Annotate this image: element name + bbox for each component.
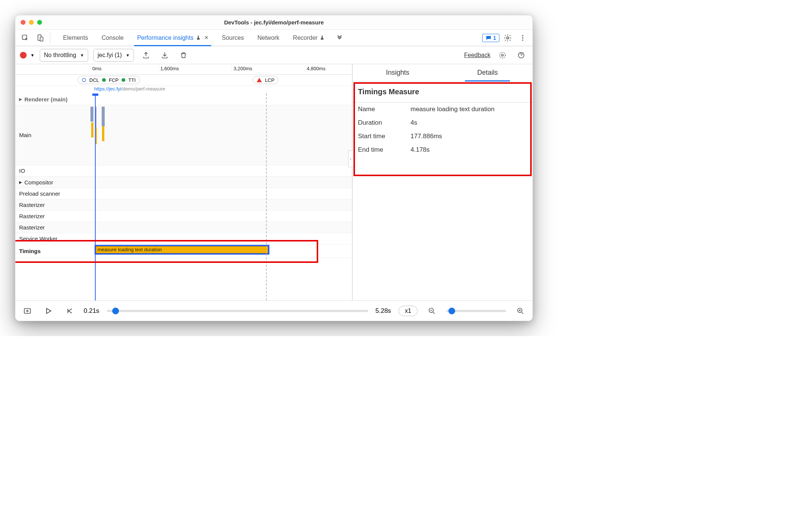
device-toggle-icon[interactable] — [33, 31, 47, 45]
side-tabs: Insights Details — [353, 64, 532, 81]
toggle-view-icon[interactable] — [21, 304, 34, 318]
playback-slider[interactable] — [107, 310, 368, 312]
track-label: Rasterizer — [15, 222, 90, 233]
tab-label: Details — [477, 69, 498, 77]
track-rasterizer-3[interactable]: Rasterizer — [15, 222, 352, 233]
divider — [50, 33, 50, 43]
marker-dcl-fcp-tti[interactable]: DCL FCP TTI — [78, 76, 140, 84]
side-panel: › Insights Details Timings Measure Namem… — [352, 64, 532, 300]
more-tabs-button[interactable] — [331, 30, 348, 46]
slider-knob[interactable] — [448, 308, 455, 314]
panel-tabs: Elements Console Performance insights × … — [56, 30, 348, 46]
inspect-element-icon[interactable] — [18, 31, 32, 45]
tab-console[interactable]: Console — [95, 30, 131, 46]
track-timings[interactable]: Timings measure loading text duration — [15, 244, 352, 258]
minimize-window-button[interactable] — [29, 20, 34, 25]
fullscreen-window-button[interactable] — [37, 20, 42, 25]
track-rasterizer-2[interactable]: Rasterizer — [15, 211, 352, 222]
detail-row-end: End time4.178s — [353, 143, 532, 157]
marker-label: DCL — [89, 77, 99, 83]
svg-point-6 — [522, 39, 523, 41]
track-service-worker[interactable]: Service Worker — [15, 233, 352, 244]
zoom-in-icon[interactable] — [514, 304, 527, 318]
track-rasterizer-1[interactable]: Rasterizer — [15, 199, 352, 211]
sidetab-details[interactable]: Details — [443, 64, 533, 81]
detail-value: measure loading text duration — [411, 106, 527, 113]
marker-lcp[interactable]: LCP — [253, 76, 278, 84]
detail-value: 4.178s — [411, 146, 527, 154]
track-io[interactable]: IO — [15, 165, 352, 177]
throttling-select[interactable]: No throttling ▼ — [40, 49, 88, 62]
tab-network[interactable]: Network — [251, 30, 286, 46]
timing-bar-label: measure loading text duration — [98, 247, 162, 252]
tab-performance-insights[interactable]: Performance insights × — [130, 30, 215, 46]
perf-toolbar: ▼ No throttling ▼ jec.fyi (1) ▼ Feedback — [15, 46, 532, 64]
tab-label: Sources — [222, 35, 244, 41]
tab-recorder[interactable]: Recorder — [286, 30, 332, 46]
track-main[interactable]: Main — [15, 105, 352, 165]
zoom-slider[interactable] — [446, 310, 506, 312]
track-label: Main — [15, 105, 90, 165]
help-icon[interactable] — [514, 48, 528, 62]
panel-settings-icon[interactable] — [496, 48, 509, 62]
panel-tabbar: Elements Console Performance insights × … — [15, 30, 532, 46]
timing-measure-bar[interactable]: measure loading text duration — [96, 246, 268, 253]
play-button[interactable] — [42, 304, 55, 318]
tracks-container: ▸ Renderer (main) Main IO ▸ Compos — [15, 94, 352, 300]
marker-label: FCP — [109, 77, 119, 83]
detail-value: 177.886ms — [411, 133, 527, 140]
track-renderer[interactable]: ▸ Renderer (main) — [15, 94, 352, 105]
track-label: Rasterizer — [15, 199, 90, 210]
warning-triangle-icon — [257, 78, 262, 82]
feedback-link[interactable]: Feedback — [464, 52, 490, 59]
settings-icon[interactable] — [501, 31, 514, 45]
speed-value: x1 — [405, 308, 411, 314]
zoom-out-icon[interactable] — [425, 304, 439, 318]
tab-label: Performance insights — [137, 35, 193, 41]
details-title: Timings Measure — [353, 81, 532, 102]
chevron-down-icon[interactable]: ▼ — [30, 53, 35, 57]
record-icon — [20, 52, 27, 59]
tab-label: Console — [102, 35, 124, 41]
slider-knob[interactable] — [112, 308, 119, 314]
delete-icon[interactable] — [177, 48, 190, 62]
svg-point-7 — [502, 54, 504, 56]
track-label: IO — [15, 165, 90, 176]
speed-select[interactable]: x1 — [398, 306, 418, 316]
detail-key: End time — [358, 146, 411, 154]
track-preload-scanner[interactable]: Preload scanner — [15, 188, 352, 199]
time-ruler[interactable]: 0ms 1,600ms 3,200ms 4,800ms — [15, 64, 352, 75]
dot-icon — [122, 78, 125, 82]
detail-value: 4s — [411, 119, 527, 127]
close-tab-icon[interactable]: × — [205, 34, 209, 42]
sidetab-insights[interactable]: Insights — [353, 64, 443, 81]
close-window-button[interactable] — [21, 20, 26, 25]
tab-elements[interactable]: Elements — [56, 30, 95, 46]
playhead-handle[interactable] — [92, 94, 98, 96]
track-label: Compositor — [24, 179, 53, 186]
export-icon[interactable] — [139, 48, 153, 62]
chevron-down-icon: ▼ — [80, 53, 84, 57]
svg-point-4 — [522, 35, 523, 36]
select-value: No throttling — [44, 52, 76, 59]
marker-label: LCP — [265, 77, 274, 83]
playback-end-time: 5.28s — [376, 307, 391, 315]
timeline-panel: 0ms 1,600ms 3,200ms 4,800ms DCL FCP — [15, 64, 352, 300]
track-label: Renderer (main) — [24, 96, 68, 103]
marker-label: TTI — [128, 77, 136, 83]
tab-label: Recorder — [293, 35, 318, 41]
detail-key: Name — [358, 106, 411, 113]
main-area: 0ms 1,600ms 3,200ms 4,800ms DCL FCP — [15, 64, 532, 300]
issues-badge[interactable]: 1 — [482, 34, 499, 42]
tab-label: Network — [257, 35, 280, 41]
kebab-menu-icon[interactable] — [516, 31, 529, 45]
recording-select[interactable]: jec.fyi (1) ▼ — [93, 49, 134, 62]
tab-sources[interactable]: Sources — [215, 30, 251, 46]
import-icon[interactable] — [158, 48, 171, 62]
jump-start-button[interactable] — [63, 304, 76, 318]
url-text: https://jec.fyi/demo/perf-measure — [94, 86, 165, 92]
playhead-line[interactable] — [95, 94, 96, 300]
collapse-sidepanel-button[interactable]: › — [348, 151, 353, 167]
record-button[interactable]: ▼ — [20, 52, 35, 59]
track-compositor[interactable]: ▸ Compositor — [15, 177, 352, 188]
